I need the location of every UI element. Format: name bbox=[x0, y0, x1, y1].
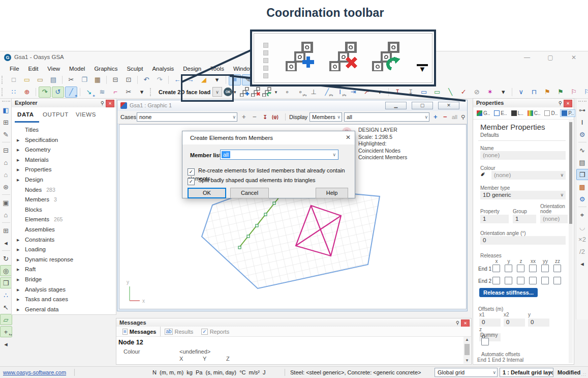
toolbar-grip[interactable] bbox=[150, 88, 153, 96]
shelter-icon[interactable]: ⌂ bbox=[0, 209, 12, 220]
open-file-icon[interactable]: ▭ bbox=[21, 74, 33, 85]
tree-item[interactable]: ▶Tasks and cases bbox=[12, 295, 116, 305]
move-nodes-icon[interactable]: ↘ + bbox=[83, 86, 95, 98]
load-display-icon[interactable]: ↧ bbox=[263, 113, 267, 121]
gsa-view-icon[interactable]: ◧ bbox=[0, 104, 12, 115]
expander-icon[interactable]: ▶ bbox=[17, 275, 19, 285]
delete-elements-from-members-icon[interactable] bbox=[251, 87, 261, 97]
end2-y-checkbox[interactable] bbox=[505, 277, 512, 284]
end2-z-checkbox[interactable] bbox=[517, 277, 524, 284]
menu-item[interactable]: Edit bbox=[24, 66, 43, 72]
print-icon[interactable]: ⊟ bbox=[109, 74, 121, 85]
align-arrow-icon[interactable]: ⇥ bbox=[347, 86, 359, 98]
toolbar-icon[interactable] bbox=[36, 88, 36, 96]
tree-item[interactable]: ▶Loading bbox=[12, 245, 116, 255]
tree-item[interactable]: ▶Materials bbox=[12, 155, 116, 165]
messages-scrollbar[interactable]: ▲ ▼ bbox=[463, 337, 471, 364]
stack-planes-icon[interactable]: ≋ bbox=[96, 86, 108, 98]
orientation-node-input[interactable]: (none) bbox=[540, 215, 568, 223]
node-labels-icon[interactable]: ∘ ¹²³ bbox=[294, 86, 306, 98]
back-icon[interactable]: ← bbox=[171, 74, 183, 85]
tree-item[interactable]: ▶Analysis stages bbox=[12, 285, 116, 295]
grid-add-icon[interactable]: ⊞ bbox=[0, 225, 12, 236]
copy-icon[interactable]: ❐ bbox=[78, 74, 90, 85]
expander-icon[interactable]: ▶ bbox=[17, 295, 19, 305]
extrude-a-icon[interactable]: ⌂ bbox=[0, 157, 12, 168]
overflow-icon[interactable]: ▾ bbox=[211, 74, 223, 85]
overflow-icon[interactable]: ▾ bbox=[136, 86, 148, 98]
split-members-icon[interactable]: ✂ bbox=[122, 86, 135, 98]
tree-item[interactable]: ▶Design bbox=[12, 175, 116, 185]
x2-icon[interactable]: ×2 bbox=[576, 234, 588, 245]
menu-item[interactable]: View bbox=[43, 66, 65, 72]
sculpt-arc-icon[interactable]: ↷ bbox=[39, 86, 51, 98]
end1-yy-checkbox[interactable] bbox=[541, 265, 549, 272]
end2-x-checkbox[interactable] bbox=[492, 277, 500, 284]
expander-icon[interactable]: ▶ bbox=[17, 145, 19, 155]
dummy-checkbox[interactable] bbox=[481, 338, 489, 345]
print-preview-icon[interactable]: ⊡ bbox=[122, 74, 135, 85]
end1-x-checkbox[interactable] bbox=[492, 265, 500, 272]
scroll-up-icon[interactable]: ▲ bbox=[463, 337, 471, 343]
chevron-tool-icon[interactable]: ∨ bbox=[515, 86, 527, 98]
toolbar-icon[interactable] bbox=[62, 76, 63, 84]
toolbar-grip[interactable] bbox=[2, 88, 5, 96]
cut-icon[interactable]: ✂ bbox=[65, 74, 77, 85]
menu-item[interactable]: Model bbox=[65, 66, 89, 72]
bracket-tool-icon[interactable]: ⊓ bbox=[528, 86, 540, 98]
end1-y-checkbox[interactable] bbox=[505, 265, 512, 272]
properties-tab[interactable]: P.. bbox=[560, 109, 575, 117]
close-icon[interactable]: ✕ bbox=[346, 134, 351, 141]
ok-button[interactable]: OK bbox=[224, 88, 232, 96]
menu-item[interactable]: Analysis bbox=[147, 66, 178, 72]
add-target-icon[interactable]: ⊕ bbox=[21, 86, 33, 98]
pin-icon[interactable]: ⚲ bbox=[454, 319, 461, 326]
div2-icon[interactable]: /2 bbox=[576, 246, 588, 257]
expander-icon[interactable]: ▶ bbox=[17, 245, 19, 255]
tab-views[interactable]: VIEWS bbox=[76, 111, 96, 118]
animate-icon[interactable]: (ψ) bbox=[272, 113, 278, 121]
expander-icon[interactable]: ▶ bbox=[17, 235, 19, 245]
tree-item[interactable]: ▶Blocks bbox=[12, 205, 116, 215]
sculpt-line-add-icon[interactable]: ╱ + bbox=[65, 86, 77, 98]
box-icon[interactable]: ▣ bbox=[0, 197, 12, 208]
messages-tab[interactable]: ab Results bbox=[161, 327, 197, 336]
end2-xx-checkbox[interactable] bbox=[529, 277, 537, 284]
vector-arrow-icon[interactable]: ↗ bbox=[360, 86, 373, 98]
colour-combo[interactable]: (none)∨ bbox=[491, 171, 566, 180]
end2-zz-checkbox[interactable] bbox=[553, 277, 561, 284]
toolbar-grip[interactable] bbox=[2, 101, 10, 102]
scroll-thumb[interactable] bbox=[569, 122, 572, 224]
collapse-icon[interactable]: ◂ bbox=[576, 258, 588, 269]
caret-icon[interactable]: ▾ bbox=[275, 90, 277, 95]
scroll-down-icon[interactable]: ▼ bbox=[463, 358, 471, 364]
offset-input[interactable]: 0 bbox=[528, 318, 549, 327]
expander-icon[interactable]: ▶ bbox=[17, 175, 19, 185]
sweep-brush-icon[interactable]: ◢ bbox=[198, 74, 210, 85]
tree-item[interactable]: ▶Properties bbox=[12, 165, 116, 175]
minimize-button[interactable]: ▁ bbox=[385, 102, 407, 109]
numeric-tool-icon[interactable]: + ²⁷ bbox=[0, 326, 12, 337]
caret-icon[interactable]: ▾ bbox=[234, 90, 236, 95]
expander-icon[interactable]: ▶ bbox=[17, 285, 19, 295]
add-display-icon[interactable]: + bbox=[434, 113, 438, 121]
split-quads-checkbox[interactable]: ✓ bbox=[188, 178, 195, 185]
slide-icon[interactable]: ⊟ bbox=[0, 144, 12, 156]
zoom-icon[interactable]: ◎ bbox=[0, 265, 12, 276]
flag-pink-icon[interactable]: ⚐ bbox=[568, 86, 580, 98]
extrude-b-icon[interactable]: ⌂ bbox=[0, 169, 12, 180]
center-icon[interactable]: ⌖ bbox=[576, 209, 588, 220]
help-button[interactable]: Help bbox=[316, 188, 348, 198]
pin-icon[interactable]: ⚲ bbox=[557, 100, 564, 106]
end1-xx-checkbox[interactable] bbox=[529, 265, 537, 272]
overflow-icon[interactable]: ▾ bbox=[497, 86, 509, 98]
offset-input[interactable]: 0 bbox=[504, 318, 525, 327]
close-button[interactable]: ✕ bbox=[565, 53, 582, 62]
toolbar-icon[interactable] bbox=[2, 194, 10, 195]
tab-data[interactable]: DATA bbox=[17, 111, 34, 118]
view-3d-icon[interactable]: ❒ bbox=[0, 277, 12, 288]
sculpt-orbit-icon[interactable]: ↺ bbox=[52, 86, 64, 98]
messages-tab[interactable]: ✓ Reports bbox=[197, 327, 233, 336]
flag-green-icon[interactable]: ⚑ bbox=[554, 86, 567, 98]
tree-item[interactable]: ▶Geometry bbox=[12, 145, 116, 155]
